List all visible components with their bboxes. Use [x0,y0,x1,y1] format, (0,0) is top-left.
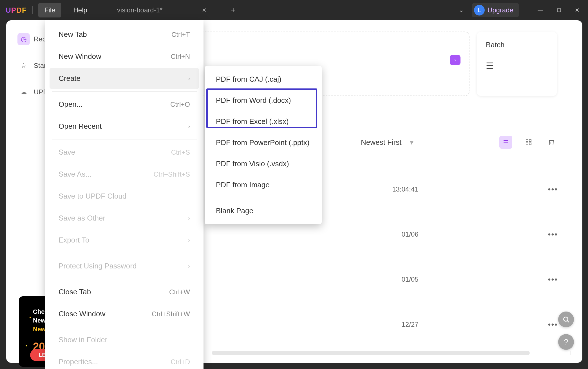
chevron-right-icon: › [188,237,190,243]
sidebar-starred[interactable]: ☆ Starr [17,59,50,72]
new-tab-button[interactable]: + [227,3,239,17]
chevron-right-icon: › [188,75,190,82]
upgrade-button[interactable]: L Upgrade [472,3,519,17]
menu-save: SaveCtrl+S [50,142,199,163]
create-submenu: PDF from CAJ (.caj) PDF from Word (.docx… [205,66,322,224]
view-grid-button[interactable] [522,136,535,149]
create-from-excel[interactable]: PDF from Excel (.xlsx) [208,111,318,132]
maximize-button[interactable]: □ [555,4,564,16]
divider [525,6,525,14]
separator [52,253,197,253]
separator [52,91,197,92]
cloud-icon: ☁ [17,86,30,98]
more-icon[interactable]: ••• [548,275,558,284]
menu-new-tab[interactable]: New TabCtrl+T [50,24,199,45]
stack-icon: ☰ [486,61,548,71]
create-from-image[interactable]: PDF from Image [208,174,318,195]
file-date: 13:04:41 [392,185,418,193]
chevron-right-icon: › [188,263,190,269]
sort-dropdown[interactable]: Newest First ▾ [361,138,413,147]
menu-file[interactable]: File [38,3,62,17]
file-menu: New TabCtrl+T New WindowCtrl+N Create› O… [45,20,204,369]
svg-rect-3 [526,140,528,142]
chevron-right-icon[interactable]: › [450,55,460,65]
svg-line-8 [567,321,569,322]
shortcut: Ctrl+S [171,148,190,156]
more-icon[interactable]: ••• [548,320,558,329]
chevron-down-icon[interactable]: ⌄ [457,4,466,16]
shortcut: Ctrl+Shift+W [152,310,190,318]
svg-point-7 [564,317,568,321]
create-from-powerpoint[interactable]: PDF from PowerPoint (.pptx) [208,132,318,153]
separator [52,327,197,327]
minimize-button[interactable]: — [535,4,546,16]
shortcut: Ctrl+Shift+S [154,170,190,178]
batch-card[interactable]: Batch ☰ [477,32,557,96]
shortcut: Ctrl+T [171,31,190,39]
shortcut: Ctrl+N [171,53,190,61]
create-blank-page[interactable]: Blank Page [208,200,318,221]
file-date: 01/05 [402,275,419,283]
close-button[interactable]: ✕ [572,4,582,16]
more-icon[interactable]: ••• [548,185,558,194]
upgrade-label: Upgrade [488,6,513,14]
menu-open[interactable]: Open...Ctrl+O [50,94,199,115]
menu-close-window[interactable]: Close WindowCtrl+Shift+W [50,303,199,324]
shortcut: Ctrl+D [171,358,190,366]
view-list-button[interactable] [499,136,512,149]
menu-open-recent[interactable]: Open Recent› [50,116,199,137]
menu-properties: Properties...Ctrl+D [50,351,199,369]
chevron-down-icon: ▾ [410,138,413,147]
star-icon: ☆ [17,59,30,72]
menu-export: Export To› [50,230,199,251]
tab-document[interactable]: vision-board-1* ✕ [110,3,213,17]
svg-rect-4 [529,140,531,142]
search-fab[interactable] [558,312,574,327]
menu-create[interactable]: Create› [50,68,199,89]
separator [210,198,317,198]
separator [52,139,197,139]
sidebar-recent[interactable]: ◷ Rece [17,33,50,45]
menu-show-folder: Show in Folder [50,329,199,350]
chevron-right-icon: › [188,215,190,221]
separator [52,279,197,279]
avatar: L [474,5,485,15]
svg-rect-6 [529,143,531,145]
tab-title: vision-board-1* [117,6,162,14]
menu-save-as: Save As...Ctrl+Shift+S [50,164,199,185]
shortcut: Ctrl+W [169,288,190,296]
titlebar: UPDF File Help vision-board-1* ✕ + ⌄ L U… [0,0,588,20]
create-from-visio[interactable]: PDF from Visio (.vsdx) [208,153,318,174]
shortcut: Ctrl+O [170,101,190,108]
batch-title: Batch [486,41,548,49]
file-date: 12/27 [402,321,419,328]
menu-help[interactable]: Help [67,3,93,17]
menu-save-other: Save as Other› [50,208,199,229]
more-icon[interactable]: ••• [548,230,558,239]
file-date: 01/06 [402,230,419,238]
trash-button[interactable] [545,136,558,149]
divider [32,6,33,14]
sidebar-cloud[interactable]: ☁ UPD [17,86,50,98]
help-fab[interactable]: ? [558,334,574,350]
horizontal-scrollbar[interactable] [212,351,530,355]
menu-protect: Protect Using Password› [50,255,199,277]
clock-icon: ◷ [17,33,30,45]
plus-icon[interactable]: + [568,348,572,357]
menu-new-window[interactable]: New WindowCtrl+N [50,46,199,67]
create-from-caj[interactable]: PDF from CAJ (.caj) [208,69,318,90]
sort-label: Newest First [361,138,401,147]
menu-close-tab[interactable]: Close TabCtrl+W [50,281,199,303]
close-icon[interactable]: ✕ [202,7,207,14]
create-from-word[interactable]: PDF from Word (.docx) [208,90,318,111]
svg-rect-5 [526,143,528,145]
menu-save-cloud: Save to UPDF Cloud [50,186,199,207]
chevron-right-icon: › [188,123,190,130]
app-logo: UPDF [6,6,27,15]
